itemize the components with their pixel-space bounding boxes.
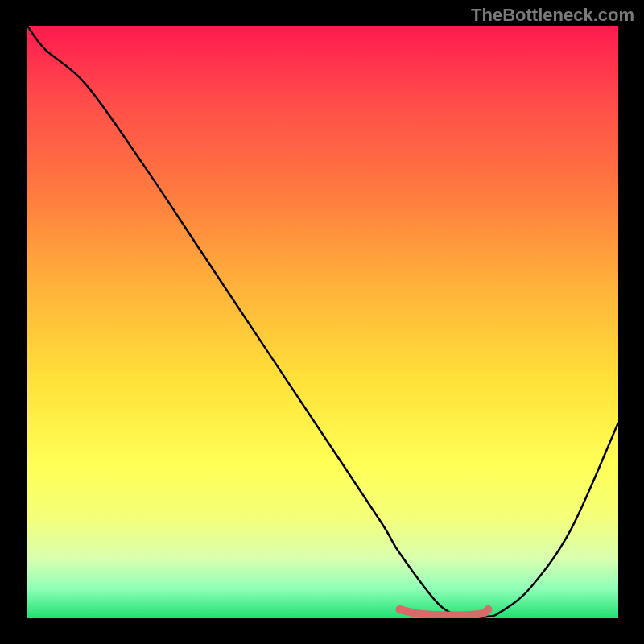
plot-area: [27, 26, 618, 618]
chart-svg: [27, 26, 618, 618]
trough-highlight: [399, 609, 488, 616]
watermark-label: TheBottleneck.com: [471, 5, 634, 26]
curve-line: [27, 26, 618, 617]
